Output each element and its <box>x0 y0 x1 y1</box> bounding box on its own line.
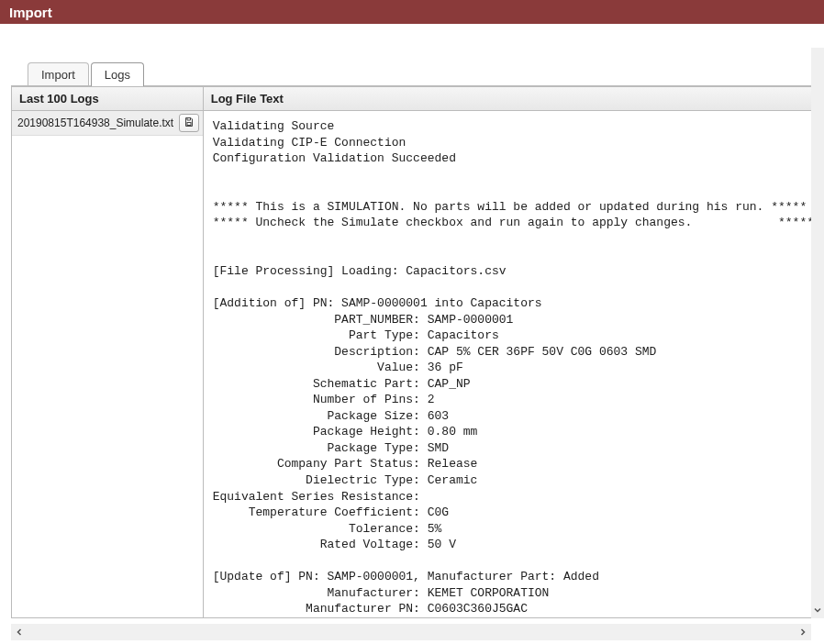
tab-import[interactable]: Import <box>28 62 89 86</box>
log-text-panel: Log File Text Validating Source Validati… <box>203 86 824 618</box>
save-icon <box>184 117 195 130</box>
tab-import-label: Import <box>41 68 75 82</box>
tab-logs-label: Logs <box>105 68 130 82</box>
logs-list-body: 20190815T164938_Simulate.txt <box>11 111 203 618</box>
log-text-header: Log File Text <box>203 86 824 111</box>
svg-rect-0 <box>187 122 191 125</box>
scroll-right-icon[interactable] <box>795 624 811 640</box>
tab-logs[interactable]: Logs <box>91 62 144 86</box>
vertical-scrollbar[interactable] <box>811 48 824 618</box>
content-area: Import Logs Last 100 Logs 20190815T16493… <box>11 24 824 618</box>
log-list-item[interactable]: 20190815T164938_Simulate.txt <box>12 111 203 136</box>
window-titlebar: Import <box>0 0 824 24</box>
scroll-left-icon[interactable] <box>11 624 28 640</box>
window-body: Import Logs Last 100 Logs 20190815T16493… <box>0 24 824 644</box>
logs-list-panel: Last 100 Logs 20190815T164938_Simulate.t… <box>11 86 203 618</box>
log-text-content: Validating Source Validating CIP-E Conne… <box>213 118 814 618</box>
open-log-button[interactable] <box>179 114 199 132</box>
window-title: Import <box>9 5 52 20</box>
import-window: Import Import Logs Last 100 Logs 2019081… <box>0 0 824 644</box>
scroll-down-icon[interactable] <box>811 602 824 618</box>
log-filename: 20190815T164938_Simulate.txt <box>17 117 175 129</box>
log-text-body[interactable]: Validating Source Validating CIP-E Conne… <box>203 111 824 618</box>
tabs-row: Import Logs <box>11 50 824 86</box>
panels: Last 100 Logs 20190815T164938_Simulate.t… <box>11 85 824 618</box>
logs-list-header: Last 100 Logs <box>11 86 203 111</box>
hscroll-track[interactable] <box>28 624 795 640</box>
horizontal-scrollbar[interactable] <box>11 624 811 640</box>
